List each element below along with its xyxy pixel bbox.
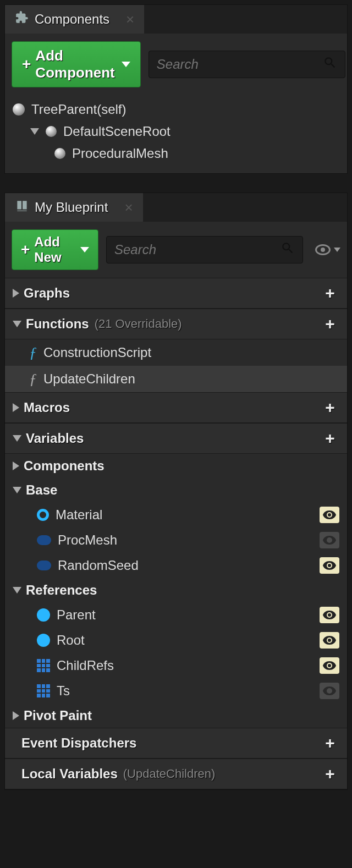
add-variable-button[interactable]: + [321,429,339,448]
var-category-pivot-paint[interactable]: Pivot Paint [5,704,347,728]
var-category-references[interactable]: References [5,578,347,602]
components-toolbar: + Add Component [5,34,347,95]
expand-icon[interactable] [30,128,39,135]
var-proc-mesh[interactable]: ProcMesh [5,528,347,553]
tree-label: DefaultSceneRoot [63,124,170,139]
var-category-base[interactable]: Base [5,478,347,502]
my-blueprint-panel: My Blueprint × + Add New Graphs + Functi… [4,193,348,790]
tree-label: TreeParent(self) [31,102,127,117]
var-child-refs[interactable]: ChildRefs [5,653,347,678]
section-note: (21 Overridable) [95,317,182,331]
search-icon [280,241,295,259]
section-variables[interactable]: Variables + [5,423,347,454]
function-label: ConstructionScript [43,345,151,360]
section-graphs[interactable]: Graphs + [5,278,347,309]
plus-icon: + [21,241,30,259]
var-ts[interactable]: Ts [5,678,347,704]
add-component-label: Add Component [35,47,114,81]
object-icon [37,634,50,647]
array-icon [37,684,50,697]
expand-icon[interactable] [13,487,21,493]
material-icon [37,509,49,521]
add-function-button[interactable]: + [321,315,339,333]
components-tree: TreeParent(self) DefaultSceneRoot Proced… [5,95,347,173]
tab-title: Components [35,12,109,27]
section-macros[interactable]: Macros + [5,392,347,423]
section-label: Local Variables [21,766,118,782]
add-macro-button[interactable]: + [321,398,339,417]
section-label: Event Dispatchers [21,735,136,751]
scene-icon [46,126,57,137]
visibility-toggle[interactable] [320,532,339,548]
visibility-toggle[interactable] [320,657,339,674]
category-label: Components [24,458,105,474]
section-local-variables[interactable]: Local Variables (UpdateChildren) + [5,759,347,789]
section-event-dispatchers[interactable]: Event Dispatchers + [5,728,347,759]
puzzle-icon [15,10,29,28]
tree-row-scene-root[interactable]: DefaultSceneRoot [5,120,347,142]
components-search[interactable] [148,51,345,78]
blueprint-search[interactable] [106,236,303,263]
expand-icon[interactable] [13,462,19,470]
search-input[interactable] [114,242,280,257]
search-input[interactable] [157,57,323,72]
function-icon: ƒ [29,370,37,388]
section-label: Functions [26,316,89,332]
object-pill-icon [37,561,51,570]
category-label: Pivot Paint [24,708,92,723]
tab-components[interactable]: Components × [5,5,144,34]
function-construction-script[interactable]: ƒ ConstructionScript [5,339,347,366]
expand-icon[interactable] [13,435,21,442]
var-material[interactable]: Material [5,502,347,528]
book-icon [15,199,29,216]
var-root[interactable]: Root [5,628,347,653]
visibility-toggle[interactable] [320,632,339,649]
caret-down-icon [80,247,89,252]
tab-my-blueprint[interactable]: My Blueprint × [5,193,143,222]
tree-row-self[interactable]: TreeParent(self) [5,98,347,120]
visibility-toggle[interactable] [320,607,339,623]
expand-icon[interactable] [13,711,19,720]
array-icon [37,659,50,672]
add-new-button[interactable]: + Add New [12,229,98,270]
expand-icon[interactable] [13,321,21,327]
expand-icon[interactable] [13,587,21,594]
view-options-button[interactable] [315,244,340,255]
var-random-seed[interactable]: RandomSeed [5,553,347,578]
function-update-children[interactable]: ƒ UpdateChildren [5,366,347,392]
var-label: RandomSeed [58,558,139,573]
eye-icon [315,244,331,255]
caret-down-icon [334,248,340,252]
visibility-toggle[interactable] [320,557,339,574]
function-icon: ƒ [29,344,37,361]
var-label: Ts [57,683,70,699]
tree-label: ProceduralMesh [72,146,168,161]
var-label: Root [57,633,85,648]
close-icon[interactable]: × [126,11,134,28]
section-label: Macros [24,400,70,415]
add-graph-button[interactable]: + [321,284,339,303]
object-icon [37,608,50,622]
components-panel: Components × + Add Component TreeParent(… [4,4,348,174]
tree-row-procedural-mesh[interactable]: ProceduralMesh [5,142,347,164]
category-label: Base [26,482,57,498]
visibility-toggle[interactable] [320,507,339,523]
var-category-components[interactable]: Components [5,454,347,478]
plus-icon: + [22,56,31,73]
add-local-var-button[interactable]: + [321,765,339,783]
close-icon[interactable]: × [124,199,133,216]
function-label: UpdateChildren [43,371,135,387]
section-functions[interactable]: Functions (21 Overridable) + [5,309,347,339]
add-new-label: Add New [34,234,74,265]
add-dispatcher-button[interactable]: + [321,734,339,752]
var-label: Parent [57,607,96,623]
expand-icon[interactable] [13,289,19,298]
expand-icon[interactable] [13,403,19,412]
visibility-toggle[interactable] [320,683,339,699]
caret-down-icon [122,62,130,67]
actor-icon [13,103,25,116]
var-parent[interactable]: Parent [5,602,347,628]
add-component-button[interactable]: + Add Component [12,41,141,87]
section-label: Graphs [24,285,70,301]
component-icon [54,148,65,159]
